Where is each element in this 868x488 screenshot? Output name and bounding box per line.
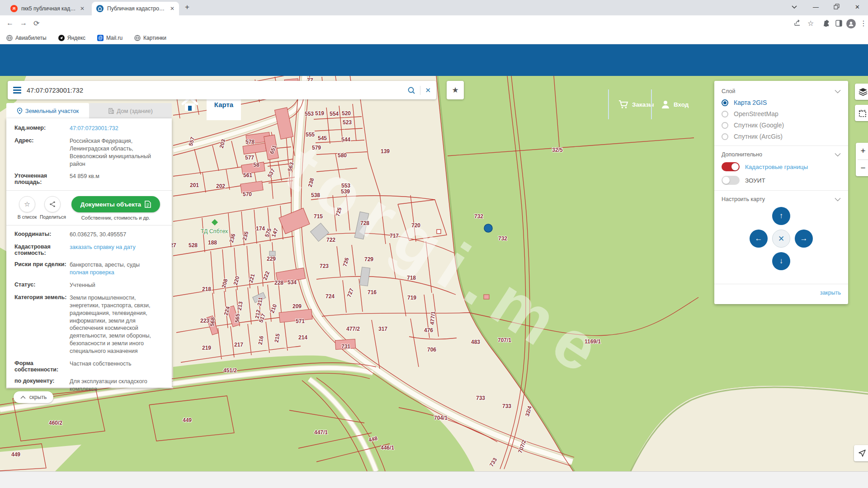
- cart-icon: [618, 100, 628, 109]
- measure-button[interactable]: [855, 105, 868, 121]
- extensions-icon[interactable]: [823, 20, 830, 28]
- header-divider: [651, 89, 652, 119]
- tab-close-icon[interactable]: ✕: [170, 5, 175, 12]
- favorites-button[interactable]: ★: [447, 81, 464, 99]
- pan-left-button[interactable]: ←: [750, 230, 768, 248]
- selected-parcel-marker[interactable]: [484, 224, 492, 232]
- tab-land-parcel[interactable]: Земельный участок: [6, 103, 89, 118]
- gps-arrow-icon: [858, 449, 866, 457]
- user-icon: [661, 100, 670, 109]
- radio-icon: [722, 111, 728, 117]
- pan-right-button[interactable]: →: [795, 230, 813, 248]
- back-icon[interactable]: ←: [6, 19, 14, 27]
- share-nodes-icon: [49, 201, 56, 207]
- parcel-info-panel: Кад.номер: 47:07:0723001:732 Адрес: Росс…: [6, 118, 172, 388]
- kad-number-link[interactable]: 47:07:0723001:732: [70, 125, 164, 132]
- object-documents-button[interactable]: Документы объекта Собственник, стоимость…: [71, 196, 160, 221]
- yandex-favicon: Я: [10, 5, 18, 12]
- zoom-controls: + −: [856, 143, 868, 176]
- bookmark-aviabilety[interactable]: Авиабилеты: [6, 35, 47, 41]
- search-icon[interactable]: [407, 86, 415, 94]
- chevron-down-icon[interactable]: [835, 89, 841, 94]
- profile-avatar[interactable]: [846, 19, 856, 28]
- divider: [6, 225, 172, 225]
- layers-icon: [859, 88, 868, 96]
- tab-label: Дом (здание): [117, 108, 153, 114]
- bookmark-label: Авиабилеты: [15, 35, 47, 41]
- extra-section-title: Дополнительно: [722, 151, 762, 158]
- browser-tab-active[interactable]: Публичная кадастровая карта 2 ✕: [92, 2, 179, 15]
- status-value: Учтенный: [70, 282, 164, 289]
- bookmarks-bar: Авиабилеты Яндекс @ Mail.ru Картинки: [0, 32, 868, 44]
- toggle-off[interactable]: [722, 176, 740, 185]
- layer-option-2gis[interactable]: Карта 2GIS: [722, 99, 841, 106]
- close-panel-link[interactable]: закрыть: [722, 290, 841, 296]
- pan-down-button[interactable]: ↓: [772, 252, 790, 270]
- clear-search-icon[interactable]: ✕: [425, 86, 431, 94]
- browser-tab-inactive[interactable]: Я пкк5 публичная кадастровая ка ✕: [6, 2, 89, 15]
- pan-reset-button[interactable]: ✕: [772, 230, 790, 248]
- category-label: Категория земель:: [14, 294, 70, 355]
- divider: [714, 145, 848, 146]
- windows-taskbar: Я РУС 18:55 14.06.2023: [0, 471, 868, 488]
- add-to-list-button[interactable]: ☆ В список: [14, 196, 40, 220]
- layer-option-label: Спутник (ArcGis): [734, 133, 783, 140]
- kad-number-label: Кад.номер:: [14, 125, 70, 132]
- layer-option-osm[interactable]: OpenStreetMap: [722, 110, 841, 117]
- bookmark-kartinki[interactable]: Картинки: [134, 35, 166, 41]
- bookmark-yandex[interactable]: Яндекс: [58, 35, 85, 41]
- forward-icon[interactable]: →: [20, 19, 27, 27]
- layers-panel: Слой Карта 2GIS OpenStreetMap Спутник (G…: [714, 81, 848, 304]
- login-label: Вход: [674, 101, 689, 108]
- ownership-label: Форма собственности:: [14, 360, 70, 373]
- restore-button[interactable]: [834, 4, 840, 11]
- reload-icon[interactable]: ⟳: [33, 19, 39, 28]
- layer-option-google[interactable]: Спутник (Google): [722, 122, 841, 129]
- layer-option-label: OpenStreetMap: [734, 110, 778, 117]
- share-button[interactable]: Поделиться: [40, 196, 65, 220]
- tab-close-icon[interactable]: ✕: [80, 5, 85, 12]
- zoom-in-button[interactable]: +: [856, 143, 868, 160]
- risk-label: Риски при сделки:: [14, 261, 70, 277]
- pan-up-button[interactable]: ↑: [772, 207, 790, 225]
- bookmark-star-icon[interactable]: ☆: [807, 19, 814, 28]
- risk-check-link[interactable]: полная проверка: [70, 269, 114, 276]
- new-tab-button[interactable]: +: [185, 3, 189, 12]
- search-input[interactable]: [26, 86, 403, 94]
- orders-button[interactable]: Заказы: [618, 89, 654, 120]
- chevron-up-icon: [20, 395, 26, 399]
- layers-button[interactable]: [855, 84, 868, 100]
- toggle-on[interactable]: [722, 162, 740, 171]
- chevron-down-icon[interactable]: [835, 197, 841, 202]
- tune-section-title: Настроить карту: [722, 196, 765, 202]
- close-button[interactable]: ✕: [855, 4, 860, 10]
- zouit-toggle-row[interactable]: ЗОУИТ: [722, 176, 841, 185]
- cost-order-link[interactable]: заказать справку на дату: [70, 244, 164, 256]
- layer-option-arcgis[interactable]: Спутник (ArcGis): [722, 133, 841, 140]
- share-icon[interactable]: [794, 19, 801, 28]
- cadastral-borders-toggle-row[interactable]: Кадастровые границы: [722, 162, 841, 171]
- measure-icon: [859, 108, 868, 117]
- category-value: Земли промышленности, энергетики, трансп…: [70, 294, 164, 355]
- layer-option-label: Спутник (Google): [734, 122, 784, 129]
- chevron-down-icon[interactable]: [835, 153, 841, 157]
- browser-menu-icon[interactable]: ⋮: [860, 19, 867, 28]
- bookmark-label: Mail.ru: [106, 35, 123, 41]
- bookmark-label: Яндекс: [67, 35, 85, 41]
- geolocation-button[interactable]: [854, 445, 868, 461]
- zoom-out-button[interactable]: −: [856, 160, 868, 177]
- coords-label: Координаты:: [14, 231, 70, 239]
- tab-house-building[interactable]: Дом (здание): [89, 103, 172, 118]
- sidebar-icon[interactable]: [835, 20, 842, 28]
- minimize-button[interactable]: —: [813, 4, 819, 10]
- menu-icon[interactable]: [13, 85, 21, 95]
- status-label: Статус:: [14, 282, 70, 289]
- radio-icon: [722, 99, 728, 106]
- tab-search-icon[interactable]: [791, 4, 797, 11]
- divider: [714, 190, 848, 191]
- divider: [6, 190, 172, 191]
- bookmark-mailru[interactable]: @ Mail.ru: [97, 35, 123, 41]
- hide-panel-button[interactable]: скрыть: [14, 391, 53, 403]
- login-button[interactable]: Вход: [661, 89, 689, 120]
- address-label: Адрес:: [14, 137, 70, 168]
